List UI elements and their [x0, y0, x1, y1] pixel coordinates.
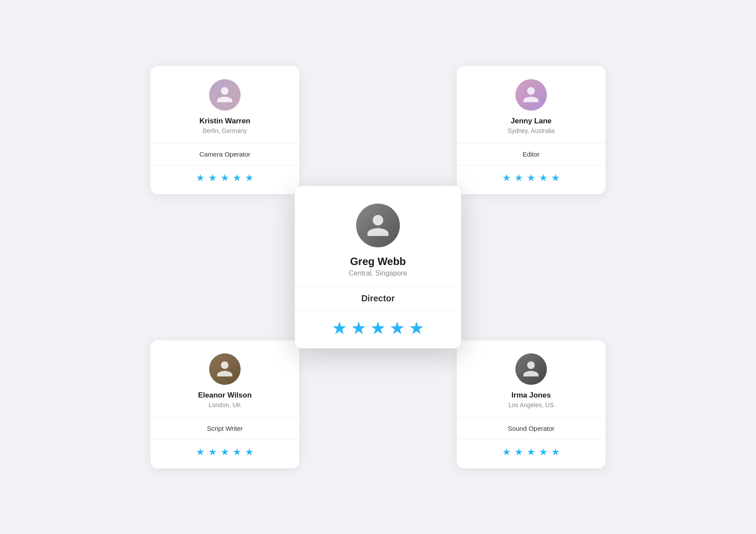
divider-eleanor-2: [150, 439, 299, 440]
stars-eleanor: ★ ★ ★ ★ ★: [196, 447, 254, 458]
star-5: ★: [409, 318, 424, 338]
divider-greg-1: [295, 286, 461, 286]
location-irma: Los Angeles, US: [508, 401, 554, 408]
avatar-kristin: [209, 79, 241, 111]
star-1: ★: [332, 318, 347, 338]
stars-irma: ★ ★ ★ ★ ★: [502, 447, 560, 458]
divider-kristin-1: [150, 143, 299, 143]
divider-eleanor-1: [150, 417, 299, 418]
role-kristin: Camera Operator: [200, 150, 251, 158]
card-greg-webb[interactable]: Greg Webb Central, Singapore Director ★ …: [295, 186, 461, 348]
location-eleanor: London, UK: [209, 401, 241, 408]
role-greg: Director: [361, 293, 395, 303]
divider-jenny-2: [457, 165, 606, 165]
star-1: ★: [196, 172, 205, 184]
role-jenny: Editor: [522, 150, 539, 158]
name-greg: Greg Webb: [350, 255, 406, 267]
star-2: ★: [208, 172, 217, 184]
star-3: ★: [370, 318, 386, 338]
star-4: ★: [233, 172, 242, 184]
star-4: ★: [389, 318, 405, 338]
stars-jenny: ★ ★ ★ ★ ★: [502, 172, 560, 184]
star-1: ★: [502, 172, 511, 184]
star-2: ★: [208, 447, 217, 458]
star-4: ★: [233, 447, 242, 458]
star-5: ★: [245, 447, 254, 458]
star-3: ★: [527, 172, 536, 184]
cards-scene: Kristin Warren Berlin, Germany Camera Op…: [137, 49, 619, 486]
divider-kristin-2: [150, 165, 299, 165]
name-jenny: Jenny Lane: [511, 117, 552, 126]
star-2: ★: [514, 172, 523, 184]
avatar-greg: [356, 203, 400, 247]
avatar-eleanor: [209, 353, 241, 385]
avatar-jenny: [515, 79, 547, 111]
star-1: ★: [196, 447, 205, 458]
role-eleanor: Script Writer: [207, 425, 243, 432]
star-4: ★: [539, 172, 548, 184]
name-irma: Irma Jones: [511, 391, 551, 400]
name-kristin: Kristin Warren: [200, 117, 251, 126]
divider-irma-2: [457, 439, 606, 440]
avatar-irma: [515, 353, 547, 385]
stars-greg: ★ ★ ★ ★ ★: [332, 318, 424, 338]
divider-jenny-1: [457, 143, 606, 143]
location-jenny: Sydney, Australia: [508, 127, 554, 134]
card-eleanor-wilson[interactable]: Eleanor Wilson London, UK Script Writer …: [150, 340, 299, 468]
role-irma: Sound Operator: [508, 425, 555, 432]
divider-irma-1: [457, 417, 606, 418]
star-2: ★: [351, 318, 367, 338]
divider-greg-2: [295, 310, 461, 311]
star-1: ★: [502, 447, 511, 458]
star-5: ★: [245, 172, 254, 184]
card-kristin-warren[interactable]: Kristin Warren Berlin, Germany Camera Op…: [150, 66, 299, 194]
stars-kristin: ★ ★ ★ ★ ★: [196, 172, 254, 184]
star-4: ★: [539, 447, 548, 458]
star-5: ★: [551, 172, 560, 184]
star-3: ★: [220, 447, 229, 458]
star-3: ★: [220, 172, 229, 184]
star-5: ★: [551, 447, 560, 458]
star-3: ★: [527, 447, 536, 458]
location-kristin: Berlin, Germany: [203, 127, 247, 134]
card-irma-jones[interactable]: Irma Jones Los Angeles, US Sound Operato…: [457, 340, 606, 468]
location-greg: Central, Singapore: [349, 269, 407, 277]
name-eleanor: Eleanor Wilson: [198, 391, 252, 400]
card-jenny-lane[interactable]: Jenny Lane Sydney, Australia Editor ★ ★ …: [457, 66, 606, 194]
star-2: ★: [514, 447, 523, 458]
